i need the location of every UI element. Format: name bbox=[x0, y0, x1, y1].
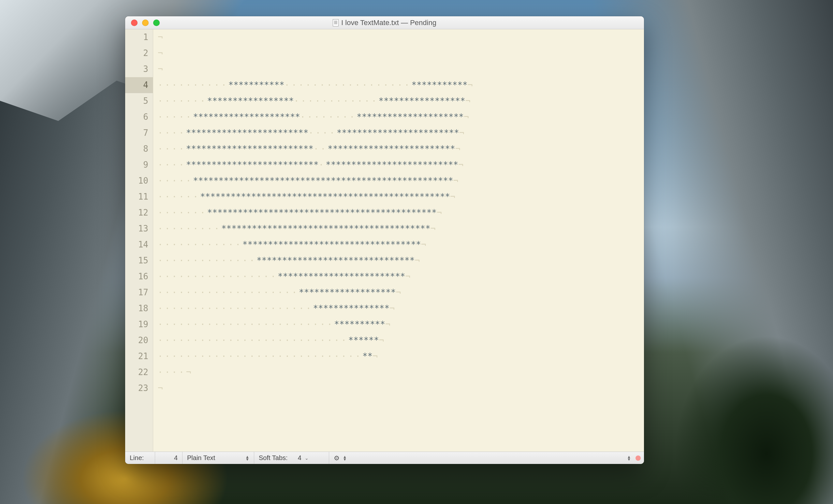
line-number[interactable]: 1 bbox=[125, 29, 153, 45]
code-line[interactable]: ····················*******************¬ bbox=[153, 284, 644, 301]
code-line[interactable]: ····*************************··*********… bbox=[153, 141, 644, 157]
gear-icon: ⚙ bbox=[334, 454, 339, 462]
updown-icon[interactable]: ▲▼ bbox=[627, 455, 631, 461]
close-button[interactable] bbox=[131, 20, 138, 26]
editor-area: 1234567891011121314151617181920212223 ¬¬… bbox=[125, 29, 644, 452]
line-number-gutter[interactable]: 1234567891011121314151617181920212223 bbox=[125, 29, 153, 452]
code-line[interactable]: ·······*********************************… bbox=[153, 205, 644, 221]
code-line[interactable]: ·····***********************************… bbox=[153, 173, 644, 189]
code-line[interactable]: ···························******¬ bbox=[153, 332, 644, 348]
status-line-label-text: Line: bbox=[130, 454, 144, 462]
code-line[interactable]: ·········*******************************… bbox=[153, 221, 644, 237]
code-line[interactable]: ¬ bbox=[153, 29, 644, 45]
code-line[interactable]: ····¬ bbox=[153, 364, 644, 380]
window-controls bbox=[125, 20, 160, 26]
code-line[interactable]: ····************************····********… bbox=[153, 125, 644, 141]
line-number[interactable]: 5 bbox=[125, 93, 153, 109]
status-language-picker[interactable]: Plain Text ▲▼ bbox=[183, 452, 254, 464]
line-number[interactable]: 15 bbox=[125, 253, 153, 269]
code-line[interactable]: ¬ bbox=[153, 380, 644, 396]
line-number[interactable]: 11 bbox=[125, 189, 153, 205]
line-number[interactable]: 12 bbox=[125, 205, 153, 221]
status-bundle-menu[interactable]: ⚙ ▲▼ bbox=[329, 452, 351, 464]
line-number[interactable]: 7 bbox=[125, 125, 153, 141]
code-line[interactable]: ·················***********************… bbox=[153, 269, 644, 284]
minimize-button[interactable] bbox=[142, 20, 149, 26]
line-number[interactable]: 19 bbox=[125, 317, 153, 332]
window-title-text: I love TextMate.txt — Pending bbox=[341, 19, 436, 27]
line-number[interactable]: 8 bbox=[125, 141, 153, 157]
status-softtabs-label: Soft Tabs: bbox=[259, 454, 288, 462]
code-line[interactable]: ··········***********··················*… bbox=[153, 77, 644, 93]
code-line[interactable]: ··············**************************… bbox=[153, 253, 644, 269]
code-line[interactable]: ¬ bbox=[153, 45, 644, 61]
zoom-button[interactable] bbox=[153, 20, 160, 26]
line-number[interactable]: 16 bbox=[125, 269, 153, 284]
code-line[interactable]: ·························**********¬ bbox=[153, 317, 644, 332]
code-line[interactable]: ············****************************… bbox=[153, 237, 644, 253]
code-line[interactable]: ·····························**¬ bbox=[153, 348, 644, 364]
code-line[interactable]: ······**********************************… bbox=[153, 189, 644, 205]
line-number[interactable]: 17 bbox=[125, 284, 153, 301]
code-line[interactable]: ······················***************¬ bbox=[153, 301, 644, 317]
titlebar[interactable]: I love TextMate.txt — Pending bbox=[125, 16, 644, 29]
code-line[interactable]: ·······*****************············****… bbox=[153, 93, 644, 109]
line-number[interactable]: 10 bbox=[125, 173, 153, 189]
line-number[interactable]: 22 bbox=[125, 364, 153, 380]
code-area[interactable]: ¬¬¬··········***********················… bbox=[153, 29, 644, 452]
line-number[interactable]: 21 bbox=[125, 348, 153, 364]
status-line-number[interactable]: 4 bbox=[155, 452, 183, 464]
line-number[interactable]: 3 bbox=[125, 61, 153, 77]
code-line[interactable]: ¬ bbox=[153, 61, 644, 77]
line-number[interactable]: 6 bbox=[125, 109, 153, 125]
status-language-text: Plain Text bbox=[187, 454, 215, 462]
status-softtabs-value: 4 bbox=[298, 454, 302, 462]
line-number[interactable]: 20 bbox=[125, 332, 153, 348]
line-number[interactable]: 13 bbox=[125, 221, 153, 237]
window-title: I love TextMate.txt — Pending bbox=[125, 19, 644, 27]
code-line[interactable]: ····**************************·*********… bbox=[153, 157, 644, 173]
line-number[interactable]: 9 bbox=[125, 157, 153, 173]
line-number[interactable]: 14 bbox=[125, 237, 153, 253]
code-line[interactable]: ·····*********************········******… bbox=[153, 109, 644, 125]
line-number[interactable]: 2 bbox=[125, 45, 153, 61]
line-number[interactable]: 18 bbox=[125, 301, 153, 317]
macro-record-indicator[interactable] bbox=[636, 455, 641, 461]
status-line-label: Line: bbox=[125, 452, 155, 464]
document-icon bbox=[333, 19, 339, 26]
chevron-down-icon: ⌄ bbox=[305, 455, 309, 461]
line-number[interactable]: 23 bbox=[125, 380, 153, 396]
updown-icon: ▲▼ bbox=[245, 455, 249, 461]
status-line-value: 4 bbox=[174, 454, 177, 462]
updown-icon: ▲▼ bbox=[343, 455, 347, 461]
status-soft-tabs-picker[interactable]: Soft Tabs: 4 ⌄ bbox=[254, 452, 329, 464]
line-number[interactable]: 4 bbox=[125, 77, 153, 93]
status-bar: Line: 4 Plain Text ▲▼ Soft Tabs: 4 ⌄ ⚙ ▲… bbox=[125, 452, 644, 464]
status-right: ▲▼ bbox=[624, 452, 644, 464]
editor-window: I love TextMate.txt — Pending 1234567891… bbox=[125, 16, 644, 464]
